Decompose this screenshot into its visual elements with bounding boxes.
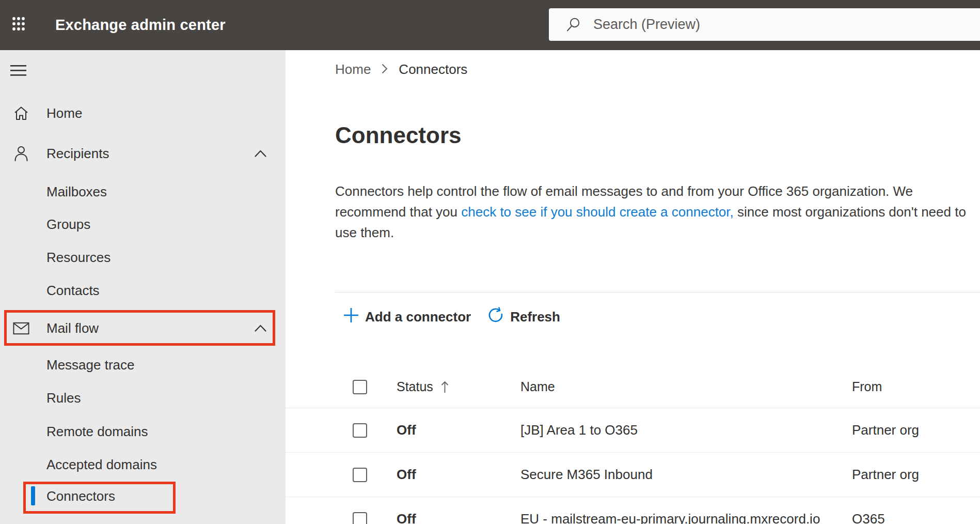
add-connector-button[interactable]: Add a connector <box>343 307 471 327</box>
row-checkbox[interactable] <box>353 423 367 438</box>
page-title: Connectors <box>335 122 461 148</box>
home-icon <box>13 105 29 121</box>
sidebar-item-contacts[interactable]: Contacts <box>0 274 286 307</box>
row-checkbox[interactable] <box>353 468 367 482</box>
row-checkbox[interactable] <box>353 512 367 524</box>
sidebar-item-label: Contacts <box>46 283 100 299</box>
sidebar-item-label: Resources <box>46 250 110 266</box>
person-icon <box>13 145 29 162</box>
sidebar-item-label: Rules <box>46 390 81 406</box>
column-header-from[interactable]: From <box>852 366 882 408</box>
sidebar-item-label: Groups <box>46 217 90 233</box>
column-header-name[interactable]: Name <box>520 366 555 408</box>
sidebar-item-label: Accepted domains <box>46 457 157 473</box>
hamburger-menu-button[interactable] <box>10 64 29 79</box>
from-cell: Partner org <box>852 467 919 483</box>
name-cell: Secure M365 Inbound <box>520 467 653 483</box>
sidebar-item-label: Mail flow <box>46 320 99 336</box>
from-cell: Partner org <box>852 422 919 438</box>
sidebar-item-connectors[interactable]: Connectors <box>0 480 286 513</box>
select-all-checkbox[interactable] <box>353 380 367 394</box>
toolbar-divider <box>335 292 980 292</box>
column-header-status[interactable]: Status <box>397 366 449 408</box>
table-header-row: Status Name From <box>286 366 980 408</box>
sidebar-item-label: Home <box>46 105 82 121</box>
name-cell: [JB] Area 1 to O365 <box>520 422 638 438</box>
from-cell: O365 <box>852 511 885 524</box>
refresh-button[interactable]: Refresh <box>487 307 560 327</box>
refresh-label: Refresh <box>510 309 560 325</box>
breadcrumb: Home Connectors <box>335 61 467 78</box>
sidebar-item-label: Recipients <box>46 146 109 162</box>
refresh-icon <box>487 307 504 327</box>
breadcrumb-current: Connectors <box>399 61 467 78</box>
top-bar: Exchange admin center Search (Preview) <box>0 0 980 50</box>
sidebar-item-accepted-domains[interactable]: Accepted domains <box>0 448 286 481</box>
breadcrumb-chevron-icon <box>382 61 388 78</box>
search-placeholder: Search (Preview) <box>593 17 700 33</box>
sidebar-item-label: Remote domains <box>46 424 148 440</box>
sort-ascending-icon <box>440 380 449 394</box>
sidebar-item-message-trace[interactable]: Message trace <box>0 348 286 381</box>
main-content: Home Connectors Connectors Connectors he… <box>286 50 980 524</box>
breadcrumb-home-link[interactable]: Home <box>335 61 371 78</box>
page-description: Connectors help control the flow of emai… <box>335 181 979 243</box>
command-bar: Add a connector Refresh <box>343 304 560 330</box>
sidebar-item-home[interactable]: Home <box>0 97 286 130</box>
exchange-admin-center-window: Exchange admin center Search (Preview) <box>0 0 980 524</box>
search-icon <box>565 17 581 33</box>
waffle-icon <box>12 16 25 34</box>
status-cell: Off <box>397 467 416 483</box>
sidebar-nav: Home Recipients Mailboxes <box>0 50 286 524</box>
sidebar-item-recipients[interactable]: Recipients <box>0 137 286 170</box>
hamburger-icon <box>10 65 27 79</box>
sidebar-item-label: Connectors <box>46 488 115 504</box>
envelope-icon <box>13 320 29 336</box>
sidebar-item-label: Message trace <box>46 357 135 373</box>
table-row[interactable]: Off Secure M365 Inbound Partner org <box>286 453 980 497</box>
selected-indicator-bar <box>31 486 35 505</box>
add-connector-label: Add a connector <box>365 309 471 325</box>
status-cell: Off <box>397 511 416 524</box>
chevron-up-icon[interactable] <box>254 147 266 160</box>
chevron-up-icon[interactable] <box>254 322 266 334</box>
create-connector-check-link[interactable]: check to see if you should create a conn… <box>461 204 734 220</box>
sidebar-item-mail-flow[interactable]: Mail flow <box>0 312 286 345</box>
status-cell: Off <box>397 422 416 438</box>
sidebar-item-remote-domains[interactable]: Remote domains <box>0 415 286 448</box>
name-cell: EU - mailstream-eu-primary.journaling.mx… <box>520 511 820 524</box>
sidebar-item-resources[interactable]: Resources <box>0 241 286 274</box>
app-title: Exchange admin center <box>55 0 226 50</box>
sidebar-item-groups[interactable]: Groups <box>0 208 286 241</box>
sidebar-item-mailboxes[interactable]: Mailboxes <box>0 175 286 208</box>
sidebar-item-label: Mailboxes <box>46 184 107 200</box>
table-row[interactable]: Off EU - mailstream-eu-primary.journalin… <box>286 497 980 524</box>
sidebar-item-rules[interactable]: Rules <box>0 381 286 414</box>
plus-icon <box>343 307 359 327</box>
table-row[interactable]: Off [JB] Area 1 to O365 Partner org <box>286 408 980 453</box>
app-launcher-button[interactable] <box>6 12 31 37</box>
search-input[interactable]: Search (Preview) <box>549 8 980 41</box>
connectors-table: Status Name From Off <box>286 366 980 524</box>
